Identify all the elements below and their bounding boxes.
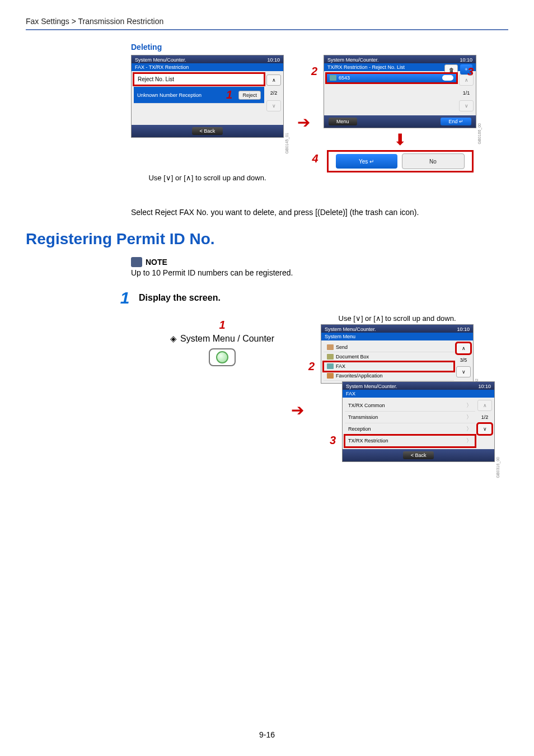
panel-time: 10:10: [479, 384, 491, 389]
scroll-up-icon[interactable]: ∧: [456, 343, 471, 354]
scroll-down-icon[interactable]: ∨: [477, 423, 492, 435]
yes-button[interactable]: Yes ↵: [336, 154, 397, 169]
callout-2: 2: [308, 360, 315, 373]
send-icon: [327, 344, 334, 350]
panel-subtitle: System Menu: [321, 333, 473, 340]
panel-title: System Menu/Counter.: [135, 57, 186, 63]
callout-2: 2: [311, 65, 317, 78]
page-indicator: 2/2: [270, 90, 278, 96]
callout-4: 4: [312, 152, 318, 165]
panel-title: System Menu/Counter.: [327, 57, 379, 63]
menu-item-document-box[interactable]: Document Box: [324, 352, 454, 362]
chevron-right-icon: 〉: [466, 402, 472, 409]
note-label: NOTE: [146, 258, 167, 267]
fax-icon: [327, 363, 334, 369]
reject-list-header[interactable]: Reject No. List: [134, 73, 264, 85]
arrow-down-icon: ⬇: [324, 130, 476, 149]
step-title: Display the screen.: [139, 288, 221, 303]
panel-code: GB0316_00: [496, 457, 500, 478]
back-button[interactable]: < Back: [403, 451, 434, 459]
panel-time: 10:10: [457, 326, 470, 332]
panel-system-menu: System Menu/Counter. 10:10 System Menu S…: [321, 324, 474, 384]
system-menu-hardware-button[interactable]: [209, 348, 236, 366]
header-separator: [26, 29, 508, 30]
note-body: Up to 10 Permit ID numbers can be regist…: [131, 268, 508, 277]
fax-item-transmission[interactable]: Transmission〉: [345, 412, 475, 423]
panel-subtitle: FAX - TX/RX Restriction: [132, 63, 283, 71]
panel-reject-list: System Menu/Counter. 10:10 FAX - TX/RX R…: [131, 55, 284, 138]
panel-code: GB0166_00: [477, 123, 481, 144]
page-indicator: 3/5: [460, 357, 467, 363]
no-button[interactable]: No: [402, 153, 465, 169]
document-box-icon: [327, 354, 334, 360]
button-led-icon: [216, 351, 228, 363]
menu-button[interactable]: Menu: [329, 118, 357, 125]
menu-item-fax[interactable]: FAX: [324, 362, 454, 371]
end-button[interactable]: End ↵: [441, 118, 471, 125]
diamond-icon: ◈: [170, 334, 177, 344]
scroll-up-icon[interactable]: ∧: [266, 74, 281, 86]
arrow-right-icon: ➔: [297, 113, 310, 132]
system-menu-label: ◈ System Menu / Counter: [170, 334, 274, 344]
toggle-icon[interactable]: [442, 75, 453, 81]
panel-time: 10:10: [267, 57, 280, 63]
arrow-right-icon: ➔: [291, 401, 304, 419]
reject-entry[interactable]: 6543: [326, 73, 457, 83]
reject-button[interactable]: Reject: [238, 91, 261, 100]
panel-time: 10:10: [460, 57, 472, 63]
scroll-caption: Use [∨] or [∧] to scroll up and down.: [131, 174, 284, 182]
step-number: 1: [118, 288, 132, 307]
fax-item-txrx-common[interactable]: TX/RX Common〉: [345, 400, 475, 412]
callout-3: 3: [330, 434, 336, 447]
panel-fax-menu: System Menu/Counter. 10:10 FAX TX/RX Com…: [342, 381, 495, 462]
note-icon: [131, 257, 142, 267]
chevron-right-icon: 〉: [466, 413, 472, 421]
panel-code: GB0145_01: [285, 133, 289, 153]
menu-item-send[interactable]: Send: [324, 343, 454, 352]
callout-1: 1: [219, 319, 225, 332]
scroll-down-icon[interactable]: ∨: [456, 366, 471, 377]
panel-reject-detail: System Menu/Counter. 10:10 TX/RX Restric…: [324, 55, 476, 128]
chevron-right-icon: 〉: [466, 425, 472, 433]
panel-title: System Menu/Counter.: [325, 326, 376, 332]
scroll-down-icon[interactable]: ∨: [459, 100, 474, 111]
scroll-caption: Use [∨] or [∧] to scroll up and down.: [321, 314, 474, 323]
fax-item-reception[interactable]: Reception〉: [345, 423, 475, 435]
deleting-heading: Deleting: [131, 43, 508, 52]
favorites-icon: [327, 373, 334, 379]
reject-entry-number: 6543: [339, 75, 350, 81]
callout-1: 1: [226, 88, 232, 101]
fax-icon: [330, 75, 336, 81]
scroll-up-icon[interactable]: ∧: [459, 74, 474, 86]
fax-item-txrx-restriction[interactable]: TX/RX Restriction〉: [345, 435, 475, 447]
page-indicator: 1/2: [481, 414, 489, 420]
reject-list-label: Reject No. List: [138, 76, 174, 82]
back-button[interactable]: < Back: [192, 127, 223, 135]
page-number: 9-16: [0, 730, 534, 739]
page-indicator: 1/1: [463, 90, 470, 96]
reject-list-item[interactable]: Unknown Number Reception: [137, 92, 202, 98]
panel-title: System Menu/Counter.: [346, 384, 397, 389]
menu-item-favorites[interactable]: Favorites/Application: [324, 371, 454, 381]
scroll-down-icon[interactable]: ∨: [266, 100, 281, 111]
panel-subtitle: FAX: [343, 390, 494, 398]
scroll-up-icon[interactable]: ∧: [477, 400, 492, 411]
chevron-right-icon: 〉: [466, 437, 472, 445]
breadcrumb: Fax Settings > Transmission Restriction: [26, 17, 508, 26]
page-heading: Registering Permit ID No.: [26, 230, 508, 248]
deleting-instruction: Select Reject FAX No. you want to delete…: [131, 208, 508, 217]
